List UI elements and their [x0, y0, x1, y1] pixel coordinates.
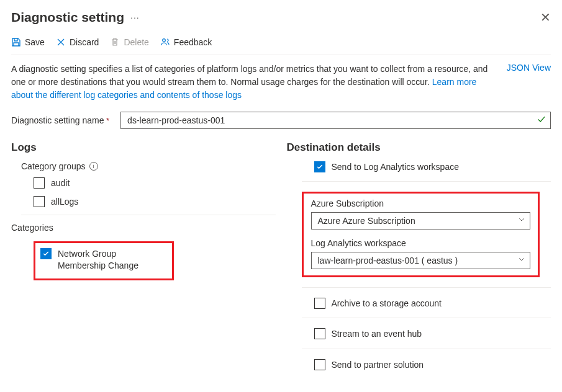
discard-label: Discard	[70, 37, 99, 47]
description-text: A diagnostic setting specifies a list of…	[11, 63, 489, 102]
description-part1: A diagnostic setting specifies a list of…	[11, 64, 487, 87]
logs-divider	[21, 215, 276, 215]
toolbar: Save Discard Delete Feedback	[11, 37, 551, 55]
law-divider	[302, 181, 551, 182]
svg-point-0	[163, 39, 166, 42]
save-button[interactable]: Save	[11, 37, 45, 47]
law-section: Send to Log Analytics workspace Azure Su…	[287, 161, 551, 277]
delete-icon	[110, 37, 120, 47]
header-title-group: Diagnostic setting ···	[11, 10, 140, 25]
workspace-select-wrap: law-learn-prod-eastus-001 ( eastus )	[311, 252, 531, 269]
required-asterisk: *	[106, 116, 109, 125]
destination-column: Destination details Send to Log Analytic…	[287, 141, 551, 373]
logs-title: Logs	[11, 141, 276, 154]
partner-checkbox[interactable]	[314, 359, 325, 370]
archive-row: Archive to a storage account	[287, 298, 551, 309]
discard-button[interactable]: Discard	[56, 37, 99, 47]
network-group-checkbox[interactable]	[40, 248, 52, 259]
json-view-link[interactable]: JSON View	[507, 63, 551, 102]
delete-label: Delete	[124, 37, 148, 47]
stream-divider-top	[302, 318, 551, 318]
send-law-label[interactable]: Send to Log Analytics workspace	[332, 161, 459, 172]
archive-checkbox[interactable]	[314, 298, 325, 309]
partner-row: Send to partner solution	[287, 359, 551, 370]
alllogs-label[interactable]: allLogs	[51, 196, 78, 207]
description-row: A diagnostic setting specifies a list of…	[11, 63, 551, 102]
stream-checkbox[interactable]	[314, 328, 325, 339]
save-label: Save	[25, 37, 45, 47]
subscription-label: Azure Subscription	[311, 198, 531, 208]
send-law-checkbox[interactable]	[314, 161, 325, 172]
info-icon[interactable]: i	[89, 162, 98, 171]
name-input-wrap	[120, 112, 551, 129]
network-group-row: Network Group Membership Change	[40, 248, 162, 270]
diagnostic-name-input[interactable]	[120, 112, 551, 129]
audit-checkbox[interactable]	[34, 177, 45, 189]
panel-header: Diagnostic setting ··· ✕	[11, 10, 551, 25]
subscription-value: Azure Azure Subscription	[318, 216, 415, 226]
audit-label[interactable]: audit	[51, 177, 70, 189]
partner-divider-top	[302, 349, 551, 349]
workspace-select[interactable]: law-learn-prod-eastus-001 ( eastus )	[311, 252, 531, 269]
name-label-wrap: Diagnostic setting name *	[11, 115, 109, 125]
archive-divider-top	[302, 287, 551, 288]
send-law-row: Send to Log Analytics workspace	[287, 161, 551, 172]
check-icon	[537, 115, 546, 126]
archive-label[interactable]: Archive to a storage account	[332, 298, 442, 309]
close-icon[interactable]: ✕	[540, 11, 551, 24]
content-columns: Logs Category groups i audit allLogs Cat…	[11, 141, 551, 373]
subscription-select-wrap: Azure Azure Subscription	[311, 212, 531, 229]
category-groups-text: Category groups	[21, 161, 86, 171]
stream-label[interactable]: Stream to an event hub	[332, 328, 422, 339]
logs-column: Logs Category groups i audit allLogs Cat…	[11, 141, 276, 373]
partner-label[interactable]: Send to partner solution	[332, 359, 424, 370]
workspace-value: law-learn-prod-eastus-001 ( eastus )	[318, 256, 458, 265]
feedback-label: Feedback	[174, 37, 212, 47]
stream-row: Stream to an event hub	[287, 328, 551, 339]
discard-icon	[56, 37, 66, 47]
audit-row: audit	[11, 177, 276, 189]
categories-label: Categories	[11, 223, 276, 233]
categories-highlight-box: Network Group Membership Change	[34, 241, 174, 280]
name-label: Diagnostic setting name	[11, 115, 104, 125]
category-groups-label: Category groups i	[11, 161, 276, 171]
more-icon[interactable]: ···	[130, 12, 140, 22]
alllogs-checkbox[interactable]	[34, 196, 45, 207]
destination-title: Destination details	[287, 141, 551, 154]
feedback-icon	[160, 37, 170, 47]
subscription-select[interactable]: Azure Azure Subscription	[311, 212, 531, 229]
page-title: Diagnostic setting	[11, 10, 124, 25]
alllogs-row: allLogs	[11, 196, 276, 207]
network-group-label[interactable]: Network Group Membership Change	[58, 248, 162, 270]
delete-button: Delete	[110, 37, 148, 47]
destination-highlight-box: Azure Subscription Azure Azure Subscript…	[302, 192, 540, 277]
save-icon	[11, 37, 21, 47]
workspace-label: Log Analytics workspace	[311, 238, 531, 248]
feedback-button[interactable]: Feedback	[160, 37, 212, 47]
name-field-row: Diagnostic setting name *	[11, 112, 551, 129]
